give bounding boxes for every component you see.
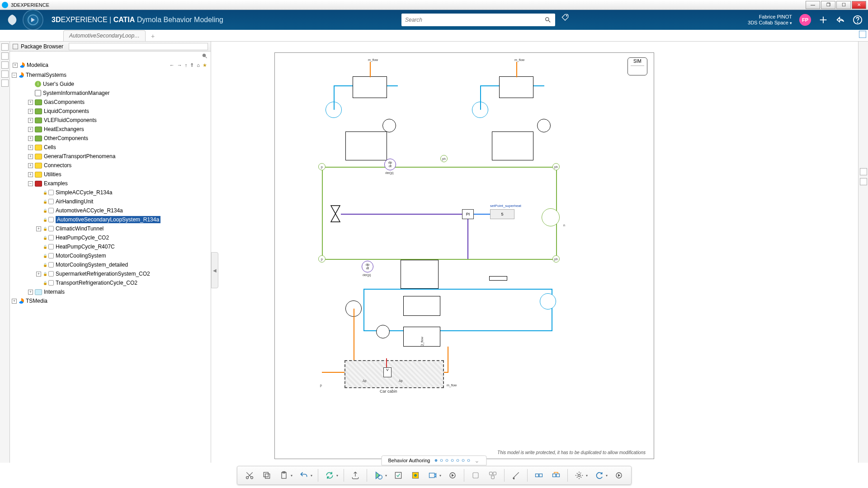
rail-button-2[interactable] xyxy=(1,52,9,60)
tree-item[interactable]: 🔒AirHandlingUnit xyxy=(12,197,209,206)
expand-toggle[interactable]: + xyxy=(36,226,41,231)
copy-button[interactable] xyxy=(259,468,274,483)
paste-dropdown[interactable]: ▾ xyxy=(291,474,295,478)
expand-toggle[interactable]: + xyxy=(28,127,33,132)
tree-item[interactable]: +Cells xyxy=(12,143,209,152)
tree-label[interactable]: LiquidComponents xyxy=(44,108,89,114)
simulate-button[interactable] xyxy=(371,468,386,483)
tree-label[interactable]: ThermalSystems xyxy=(26,72,66,78)
tree-item[interactable]: +TSMedia xyxy=(12,296,209,305)
authoring-expand-icon[interactable]: ⌄ xyxy=(474,457,480,464)
tree-item[interactable]: +Internals xyxy=(12,287,209,296)
tree-item[interactable]: +Utilities xyxy=(12,170,209,179)
package-tree[interactable]: −ThermalSystemsUser's GuideSystemInforma… xyxy=(10,70,211,463)
dpdt-sensor-2[interactable]: dpdt xyxy=(362,261,373,272)
right-rail-btn-1[interactable] xyxy=(860,168,867,175)
pi-controller[interactable]: PI xyxy=(462,209,474,219)
expand-toggle[interactable]: + xyxy=(28,118,33,123)
sensor-ph3[interactable]: ph xyxy=(552,255,560,263)
nav-fav-icon[interactable]: ★ xyxy=(202,62,208,68)
evaporator-left[interactable] xyxy=(345,131,387,160)
tree-label[interactable]: Connectors xyxy=(44,162,71,169)
simulate-dropdown[interactable]: ▾ xyxy=(385,474,390,478)
check-button[interactable] xyxy=(391,468,406,483)
settings-dropdown[interactable]: ▾ xyxy=(586,474,590,478)
cabin-volume[interactable]: V xyxy=(383,367,392,377)
expand-toggle[interactable]: + xyxy=(28,163,33,168)
refresh-button[interactable] xyxy=(322,468,337,483)
tree-item[interactable]: −ThermalSystems xyxy=(12,70,209,80)
ds-logo-icon[interactable] xyxy=(5,13,19,27)
page-dot-7[interactable] xyxy=(467,459,470,462)
window-close-button[interactable]: ✕ xyxy=(852,1,866,9)
pipe-segment[interactable] xyxy=(489,276,507,281)
tree-item[interactable]: +VLEFluidComponents xyxy=(12,116,209,125)
refresh-dropdown[interactable]: ▾ xyxy=(336,474,341,478)
tree-item[interactable]: 🔒AutomotiveACCycle_R134a xyxy=(12,206,209,215)
sensor-ph1[interactable]: ph xyxy=(440,155,448,162)
tree-item[interactable]: +LiquidComponents xyxy=(12,107,209,116)
tab-active[interactable]: AutomotiveSecondaryLoop… xyxy=(63,30,146,41)
root-expand[interactable]: + xyxy=(13,63,18,68)
pkg-header-checkbox[interactable] xyxy=(13,44,18,49)
tree-label[interactable]: User's Guide xyxy=(43,81,74,87)
rail-button-5[interactable] xyxy=(1,80,9,87)
tree-item[interactable]: 🔒MotorCoolingSystem xyxy=(12,251,209,260)
tree-label[interactable]: SimpleACCycle_R134a xyxy=(56,189,112,196)
tree-label[interactable]: MotorCoolingSystem xyxy=(56,253,106,259)
page-dot-6[interactable] xyxy=(462,459,464,462)
tree-label[interactable]: HeatExchangers xyxy=(44,126,84,132)
mid-heat-exchanger[interactable] xyxy=(401,260,439,289)
tree-label[interactable]: SupermarketRefrigerationSystem_CO2 xyxy=(56,271,150,277)
page-dot-3[interactable] xyxy=(445,459,448,462)
step-button[interactable] xyxy=(445,468,460,483)
right-rail-btn-2[interactable] xyxy=(860,178,867,185)
expand-toggle[interactable]: + xyxy=(28,290,33,295)
expand-toggle[interactable]: + xyxy=(28,154,33,159)
expand-toggle[interactable]: + xyxy=(28,100,33,105)
tree-label[interactable]: GeneralTransportPhenomena xyxy=(44,153,115,160)
tab-add-button[interactable]: + xyxy=(147,31,158,41)
tree-label[interactable]: Examples xyxy=(44,180,68,187)
tree-label[interactable]: AutomotiveACCycle_R134a xyxy=(56,207,123,214)
tree-label[interactable]: Utilities xyxy=(44,171,61,178)
panel-maximize-icon[interactable] xyxy=(859,31,866,38)
tree-item[interactable]: 🔒TransportRefrigerationCycle_CO2 xyxy=(12,278,209,287)
compass-button[interactable] xyxy=(23,9,43,30)
tag-icon[interactable] xyxy=(561,14,570,23)
nav-up-icon[interactable]: ↑ xyxy=(184,62,189,68)
cut-button[interactable] xyxy=(242,468,257,483)
fan-left[interactable] xyxy=(382,119,396,132)
add-icon[interactable] xyxy=(818,15,828,25)
avatar[interactable]: FP xyxy=(799,14,811,26)
tree-label[interactable]: TransportRefrigerationCycle_CO2 xyxy=(56,280,137,286)
export-button[interactable] xyxy=(348,468,363,483)
evaporator-right[interactable] xyxy=(492,131,533,160)
block-button[interactable] xyxy=(468,468,483,483)
window-maximize-button[interactable]: ☐ xyxy=(836,1,851,9)
window-minimize-button[interactable]: — xyxy=(806,1,820,9)
tree-item[interactable]: 🔒HeatPumpCycle_CO2 xyxy=(12,233,209,242)
tree-item[interactable]: +HeatExchangers xyxy=(12,125,209,134)
sensor-ph2[interactable]: ph xyxy=(552,163,560,170)
help-icon[interactable] xyxy=(853,15,863,25)
tree-label[interactable]: OtherComponents xyxy=(44,135,88,141)
window-restore-button[interactable]: ❐ xyxy=(821,1,835,9)
page-dot-2[interactable] xyxy=(440,459,443,462)
tree-label[interactable]: AutomotiveSecondaryLoopSystem_R134a xyxy=(56,216,160,223)
sync-dropdown[interactable]: ▾ xyxy=(606,474,610,478)
sensor-p2[interactable]: p xyxy=(318,255,326,263)
blocks-button[interactable] xyxy=(486,468,500,483)
condenser-right-top[interactable] xyxy=(499,76,533,98)
setpoint-block[interactable]: 5 xyxy=(490,209,514,219)
sync-button[interactable] xyxy=(592,468,606,483)
rail-button-1[interactable] xyxy=(1,43,9,51)
tree-item[interactable]: +Connectors xyxy=(12,161,209,170)
expand-toggle[interactable]: + xyxy=(36,272,41,277)
circulator[interactable] xyxy=(376,325,390,338)
tree-item[interactable]: 🔒AutomotiveSecondaryLoopSystem_R134a xyxy=(12,215,209,224)
tree-label[interactable]: ClimaticWindTunnel xyxy=(56,225,104,232)
canvas-area[interactable]: ◀ SIM m_flow m_flow xyxy=(211,42,858,463)
tree-item-modelica[interactable]: Modelica xyxy=(27,62,48,68)
user-info[interactable]: Fabrice PINOT 3DS Collab Space ▾ xyxy=(748,14,792,26)
